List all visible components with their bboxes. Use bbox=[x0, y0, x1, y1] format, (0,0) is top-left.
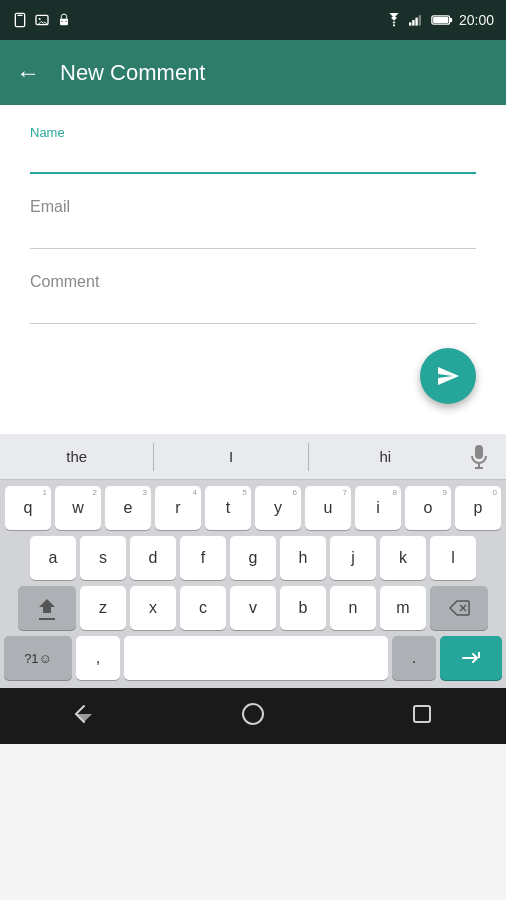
email-field-container: Email bbox=[30, 198, 476, 249]
name-input[interactable] bbox=[30, 144, 476, 174]
backspace-button[interactable] bbox=[430, 586, 488, 630]
status-bar: 20:00 bbox=[0, 0, 506, 40]
key-h[interactable]: h bbox=[280, 536, 326, 580]
comment-input[interactable] bbox=[30, 295, 476, 324]
enter-icon bbox=[459, 649, 483, 667]
suggestion-hi[interactable]: hi bbox=[309, 436, 462, 477]
key-k[interactable]: k bbox=[380, 536, 426, 580]
key-q[interactable]: 1 q bbox=[5, 486, 51, 530]
email-input[interactable] bbox=[30, 220, 476, 249]
backspace-icon bbox=[448, 600, 470, 616]
keyboard-area: the I hi 1 q 2 w 3 bbox=[0, 434, 506, 688]
key-u[interactable]: 7 u bbox=[305, 486, 351, 530]
key-period[interactable]: . bbox=[392, 636, 436, 680]
key-t-num: 5 bbox=[243, 488, 247, 497]
comment-field-container: Comment bbox=[30, 273, 476, 324]
signal-icon bbox=[409, 13, 425, 27]
svg-rect-12 bbox=[450, 18, 453, 22]
page-title: New Comment bbox=[60, 60, 205, 86]
svg-rect-7 bbox=[409, 22, 411, 25]
photo-icon bbox=[34, 12, 50, 28]
svg-point-19 bbox=[243, 704, 263, 724]
svg-rect-20 bbox=[414, 706, 430, 722]
key-comma[interactable]: , bbox=[76, 636, 120, 680]
mic-button[interactable] bbox=[462, 444, 506, 470]
nav-recents-icon bbox=[408, 700, 436, 728]
key-p-num: 0 bbox=[493, 488, 497, 497]
key-w[interactable]: 2 w bbox=[55, 486, 101, 530]
key-y-num: 6 bbox=[293, 488, 297, 497]
key-o[interactable]: 9 o bbox=[405, 486, 451, 530]
key-j[interactable]: j bbox=[330, 536, 376, 580]
shift-button[interactable] bbox=[18, 586, 76, 630]
keyboard-rows: 1 q 2 w 3 e 4 r 5 t 6 y bbox=[0, 480, 506, 688]
key-y[interactable]: 6 y bbox=[255, 486, 301, 530]
svg-point-3 bbox=[39, 18, 41, 20]
space-key[interactable] bbox=[124, 636, 388, 680]
send-button[interactable] bbox=[420, 348, 476, 404]
phone-icon bbox=[12, 12, 28, 28]
key-g[interactable]: g bbox=[230, 536, 276, 580]
app-bar: ← New Comment bbox=[0, 40, 506, 105]
suggestions-row: the I hi bbox=[0, 434, 506, 480]
time-display: 20:00 bbox=[459, 12, 494, 28]
key-t[interactable]: 5 t bbox=[205, 486, 251, 530]
svg-rect-10 bbox=[419, 15, 421, 25]
android-icon bbox=[56, 12, 72, 28]
key-u-num: 7 bbox=[343, 488, 347, 497]
svg-rect-14 bbox=[475, 445, 483, 459]
nav-back-icon bbox=[70, 700, 98, 728]
key-x[interactable]: x bbox=[130, 586, 176, 630]
key-d[interactable]: d bbox=[130, 536, 176, 580]
key-row-4: ?1☺ , . bbox=[4, 636, 502, 680]
key-z[interactable]: z bbox=[80, 586, 126, 630]
wifi-icon bbox=[385, 13, 403, 27]
email-label: Email bbox=[30, 198, 476, 216]
key-v[interactable]: v bbox=[230, 586, 276, 630]
key-l[interactable]: l bbox=[430, 536, 476, 580]
key-row-2: a s d f g h j k l bbox=[4, 536, 502, 580]
nav-home-icon bbox=[239, 700, 267, 728]
svg-point-4 bbox=[61, 21, 62, 22]
nav-back-button[interactable] bbox=[70, 700, 98, 732]
comment-label: Comment bbox=[30, 273, 476, 291]
name-field-container: Name bbox=[30, 125, 476, 174]
send-button-container bbox=[30, 348, 476, 404]
key-b[interactable]: b bbox=[280, 586, 326, 630]
key-i[interactable]: 8 i bbox=[355, 486, 401, 530]
back-button[interactable]: ← bbox=[16, 59, 40, 87]
send-icon bbox=[436, 364, 460, 388]
svg-point-6 bbox=[393, 24, 395, 26]
symbols-button[interactable]: ?1☺ bbox=[4, 636, 72, 680]
nav-recents-button[interactable] bbox=[408, 700, 436, 732]
shift-icon bbox=[37, 597, 57, 615]
svg-rect-9 bbox=[415, 18, 417, 26]
suggestion-the[interactable]: the bbox=[0, 436, 153, 477]
key-s[interactable]: s bbox=[80, 536, 126, 580]
key-c[interactable]: c bbox=[180, 586, 226, 630]
name-label: Name bbox=[30, 125, 476, 140]
key-r-num: 4 bbox=[193, 488, 197, 497]
key-i-num: 8 bbox=[393, 488, 397, 497]
key-r[interactable]: 4 r bbox=[155, 486, 201, 530]
key-a[interactable]: a bbox=[30, 536, 76, 580]
enter-button[interactable] bbox=[440, 636, 502, 680]
mic-icon bbox=[469, 444, 489, 470]
key-n[interactable]: n bbox=[330, 586, 376, 630]
key-e[interactable]: 3 e bbox=[105, 486, 151, 530]
status-icons-left bbox=[12, 12, 72, 28]
key-w-num: 2 bbox=[93, 488, 97, 497]
key-p[interactable]: 0 p bbox=[455, 486, 501, 530]
svg-rect-8 bbox=[412, 20, 414, 26]
form-area: Name Email Comment bbox=[0, 105, 506, 434]
key-m[interactable]: m bbox=[380, 586, 426, 630]
nav-home-button[interactable] bbox=[239, 700, 267, 732]
battery-icon bbox=[431, 14, 453, 26]
key-o-num: 9 bbox=[443, 488, 447, 497]
suggestion-i[interactable]: I bbox=[154, 436, 307, 477]
key-row-3: z x c v b n m bbox=[4, 586, 502, 630]
key-row-1: 1 q 2 w 3 e 4 r 5 t 6 y bbox=[4, 486, 502, 530]
key-q-num: 1 bbox=[43, 488, 47, 497]
svg-marker-18 bbox=[76, 714, 92, 722]
key-f[interactable]: f bbox=[180, 536, 226, 580]
